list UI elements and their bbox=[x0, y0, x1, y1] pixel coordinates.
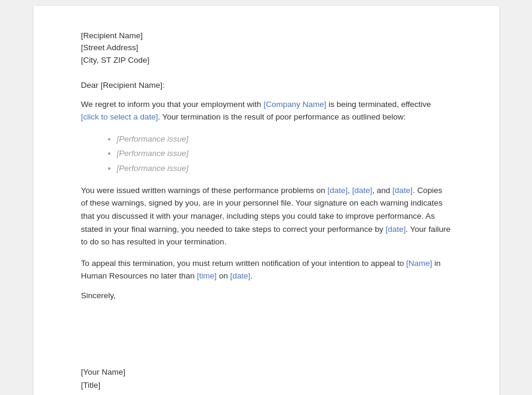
warning-date3-link[interactable]: [date] bbox=[392, 186, 413, 195]
warning-date1-link[interactable]: [date] bbox=[327, 186, 348, 195]
salutation: Dear [Recipient Name]: bbox=[81, 81, 451, 90]
para3-end: . bbox=[250, 271, 253, 280]
para1-after: . Your termination is the result of poor… bbox=[158, 112, 406, 121]
street-address-line: [Street Address] bbox=[81, 42, 451, 54]
sincerely-text: Sincerely, bbox=[81, 291, 451, 300]
performance-issues-list: [Performance issue] [Performance issue] … bbox=[117, 132, 451, 176]
para1-between: is being terminated, effective bbox=[326, 100, 430, 109]
warning-date2-link[interactable]: [date] bbox=[352, 186, 373, 195]
para2-before-dates: You were issued written warnings of thes… bbox=[81, 186, 328, 195]
document: [Recipient Name] [Street Address] [City,… bbox=[33, 6, 499, 395]
para3-before-name: To appeal this termination, you must ret… bbox=[81, 259, 407, 268]
paragraph-termination: We regret to inform you that your employ… bbox=[81, 98, 451, 124]
para3-on: on bbox=[217, 271, 230, 280]
city-state-zip-line: [City, ST ZIP Code] bbox=[81, 54, 451, 66]
warning-date4-link[interactable]: [date] bbox=[386, 225, 406, 234]
paragraph-appeal: To appeal this termination, you must ret… bbox=[81, 257, 451, 283]
appeal-date-link[interactable]: [date] bbox=[230, 271, 250, 280]
hr-name-link[interactable]: [Name] bbox=[406, 259, 432, 268]
list-item: [Performance issue] bbox=[117, 161, 451, 176]
address-block: [Recipient Name] [Street Address] [City,… bbox=[81, 30, 451, 66]
signature-space bbox=[81, 336, 451, 366]
para2-and: , and bbox=[373, 186, 393, 195]
signature-block: [Your Name] [Title] bbox=[81, 366, 451, 391]
para1-before-company: We regret to inform you that your employ… bbox=[81, 100, 264, 109]
date-select-link[interactable]: [click to select a date] bbox=[81, 112, 158, 121]
paragraph-warnings: You were issued written warnings of thes… bbox=[81, 184, 451, 249]
para2-comma1: , bbox=[348, 186, 352, 195]
signer-title: [Title] bbox=[81, 379, 451, 392]
signer-name: [Your Name] bbox=[81, 366, 451, 379]
list-item: [Performance issue] bbox=[117, 146, 451, 161]
list-item: [Performance issue] bbox=[117, 132, 451, 146]
company-name-link[interactable]: [Company Name] bbox=[263, 100, 326, 109]
appeal-time-link[interactable]: [time] bbox=[197, 271, 217, 280]
recipient-name-line: [Recipient Name] bbox=[81, 30, 451, 42]
